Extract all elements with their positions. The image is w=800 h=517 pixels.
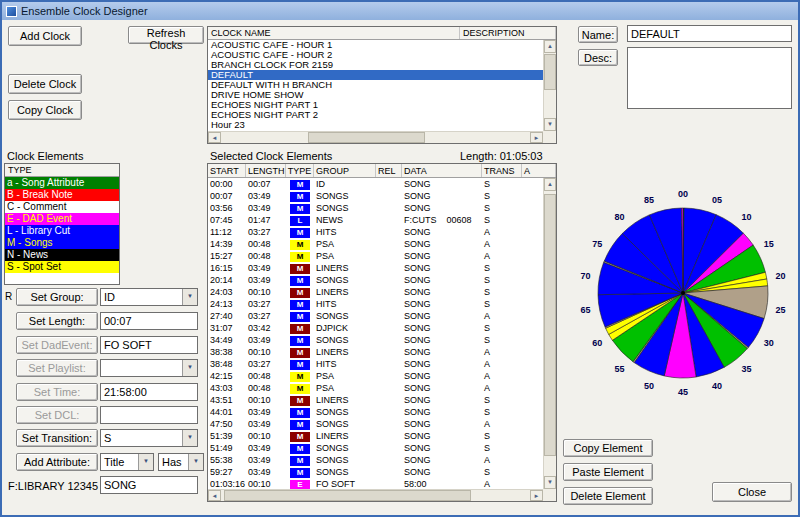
element-type-legend-item[interactable]: L - Library Cut (5, 225, 119, 237)
element-type-legend-item[interactable]: a - Song Attribute (5, 177, 119, 189)
element-row[interactable]: 07:4501:47LNEWSF:CUTS 00608S (208, 214, 543, 226)
element-row[interactable]: 27:4003:27MSONGSSONGA (208, 310, 543, 322)
scroll-up-icon[interactable]: ▲ (544, 178, 556, 191)
refresh-clocks-button[interactable]: Refresh Clocks (128, 26, 204, 44)
set-dcl-button[interactable]: Set DCL: (16, 406, 98, 424)
element-row[interactable]: 16:1503:49MLINERSSONGS (208, 262, 543, 274)
element-type-legend-item[interactable]: N - News (5, 249, 119, 261)
name-button[interactable]: Name: (578, 26, 618, 43)
set-length-input[interactable] (100, 312, 198, 330)
element-row[interactable]: 51:3900:10MLINERSSONGS (208, 430, 543, 442)
scroll-left-icon[interactable]: ◄ (208, 490, 221, 501)
copy-element-button[interactable]: Copy Element (563, 439, 653, 457)
element-row[interactable]: 43:5100:10MLINERSSONGS (208, 394, 543, 406)
scroll-left-icon[interactable]: ◄ (208, 132, 221, 143)
title-bar[interactable]: Ensemble Clock Designer (2, 2, 798, 20)
a-column-header[interactable]: A (522, 164, 556, 177)
chevron-down-icon[interactable]: ▼ (188, 454, 203, 470)
clock-list-vertical-scrollbar[interactable]: ▲ ▼ (543, 40, 556, 131)
set-length-button[interactable]: Set Length: (16, 312, 98, 330)
chevron-down-icon[interactable]: ▼ (182, 430, 197, 446)
element-row[interactable]: 47:5003:49MSONGSSONGA (208, 418, 543, 430)
element-type-legend-item[interactable]: M - Songs (5, 237, 119, 249)
clock-list-item[interactable]: ECHOES NIGHT PART 2 (208, 110, 543, 120)
scrollbar-thumb[interactable] (544, 54, 556, 90)
copy-clock-button[interactable]: Copy Clock (8, 100, 82, 120)
description-column-header[interactable]: DESCRIPTION (460, 27, 556, 39)
start-column-header[interactable]: START (208, 164, 246, 177)
scrollbar-thumb[interactable] (544, 194, 556, 456)
chevron-down-icon[interactable]: ▼ (182, 360, 197, 376)
element-row[interactable]: 00:0703:49MSONGSSONGS (208, 190, 543, 202)
set-dadevent-button[interactable]: Set DadEvent: (16, 336, 98, 354)
scrollbar-track[interactable] (544, 53, 556, 118)
delete-clock-button[interactable]: Delete Clock (8, 74, 82, 94)
element-row[interactable]: 34:4903:49MSONGSSONGS (208, 334, 543, 346)
clock-list-item[interactable]: BRANCH CLOCK FOR 2159 (208, 60, 543, 70)
scroll-down-icon[interactable]: ▼ (544, 476, 556, 489)
element-row[interactable]: 44:0103:49MSONGSSONGS (208, 406, 543, 418)
clock-name-column-header[interactable]: CLOCK NAME (208, 27, 460, 39)
element-row[interactable]: 11:1203:27MHITSSONGA (208, 226, 543, 238)
element-row[interactable]: 00:0000:07MIDSONGS (208, 178, 543, 190)
close-button[interactable]: Close (712, 482, 792, 502)
element-row[interactable]: 59:2703:49MSONGSSONGS (208, 466, 543, 478)
element-row[interactable]: 14:3900:48MPSASONGA (208, 238, 543, 250)
element-type-legend-item[interactable]: C - Comment (5, 201, 119, 213)
set-group-button[interactable]: Set Group: (16, 288, 98, 306)
group-column-header[interactable]: GROUP (314, 164, 376, 177)
set-group-select[interactable]: ID ▼ (100, 288, 198, 306)
set-playlist-select[interactable]: ▼ (100, 359, 198, 377)
clock-list-horizontal-scrollbar[interactable]: ◄ ► (208, 131, 543, 143)
scrollbar-thumb[interactable] (308, 132, 425, 143)
trans-column-header[interactable]: TRANS (482, 164, 522, 177)
attribute-op-select[interactable]: Has ▼ (158, 453, 204, 471)
element-type-legend-item[interactable]: E - DAD Event (5, 213, 119, 225)
set-transition-button[interactable]: Set Transition: (16, 429, 98, 447)
scrollbar-track[interactable] (221, 132, 530, 143)
type-column-header[interactable]: TYPE (286, 164, 314, 177)
element-type-legend-item[interactable]: B - Break Note (5, 189, 119, 201)
element-row[interactable]: 31:0703:42MDJPICKSONGS (208, 322, 543, 334)
scroll-right-icon[interactable]: ► (530, 490, 543, 501)
scrollbar-track[interactable] (544, 191, 556, 476)
library-input[interactable] (100, 476, 198, 494)
element-row[interactable]: 55:3803:49MSONGSSONGA (208, 454, 543, 466)
add-clock-button[interactable]: Add Clock (8, 26, 82, 46)
attribute-type-select[interactable]: Title ▼ (100, 453, 154, 471)
chevron-down-icon[interactable]: ▼ (138, 454, 153, 470)
element-row[interactable]: 01:03:1600:10EFO SOFT58:00A (208, 478, 543, 489)
element-row[interactable]: 24:1303:27MHITSSONGS (208, 298, 543, 310)
set-dcl-input[interactable] (100, 406, 198, 424)
add-attribute-button[interactable]: Add Attribute: (16, 453, 98, 471)
element-row[interactable]: 15:2700:48MPSASONGA (208, 250, 543, 262)
set-time-input[interactable] (100, 383, 198, 401)
rel-column-header[interactable]: REL (376, 164, 402, 177)
element-row[interactable]: 03:5603:49MSONGSSONGS (208, 202, 543, 214)
type-column-header[interactable]: TYPE (5, 164, 119, 177)
scroll-right-icon[interactable]: ► (530, 132, 543, 143)
set-transition-select[interactable]: S ▼ (100, 429, 198, 447)
set-playlist-button[interactable]: Set Playlist: (16, 359, 98, 377)
table-vertical-scrollbar[interactable]: ▲ ▼ (543, 178, 556, 489)
element-row[interactable]: 38:4803:27MHITSSONGA (208, 358, 543, 370)
delete-element-button[interactable]: Delete Element (563, 487, 653, 505)
paste-element-button[interactable]: Paste Element (563, 463, 653, 481)
element-row[interactable]: 24:0300:10MLINERSSONGS (208, 286, 543, 298)
element-row[interactable]: 43:0300:48MPSASONGA (208, 382, 543, 394)
clock-list-item[interactable]: Hour 23 (208, 120, 543, 130)
desc-input[interactable] (627, 47, 792, 109)
scroll-up-icon[interactable]: ▲ (544, 40, 556, 53)
element-row[interactable]: 42:1500:48MPSASONGA (208, 370, 543, 382)
chevron-down-icon[interactable]: ▼ (182, 289, 197, 305)
set-time-button[interactable]: Set Time: (16, 383, 98, 401)
element-row[interactable]: 20:1403:49MSONGSSONGS (208, 274, 543, 286)
element-type-legend-item[interactable]: S - Spot Set (5, 261, 119, 273)
data-column-header[interactable]: DATA (402, 164, 482, 177)
table-horizontal-scrollbar[interactable]: ◄ ► (208, 489, 543, 501)
set-dadevent-input[interactable] (100, 336, 198, 354)
desc-button[interactable]: Desc: (578, 49, 618, 66)
element-row[interactable]: 38:3800:10MLINERSSONGA (208, 346, 543, 358)
scroll-down-icon[interactable]: ▼ (544, 118, 556, 131)
scrollbar-track[interactable] (221, 490, 530, 501)
